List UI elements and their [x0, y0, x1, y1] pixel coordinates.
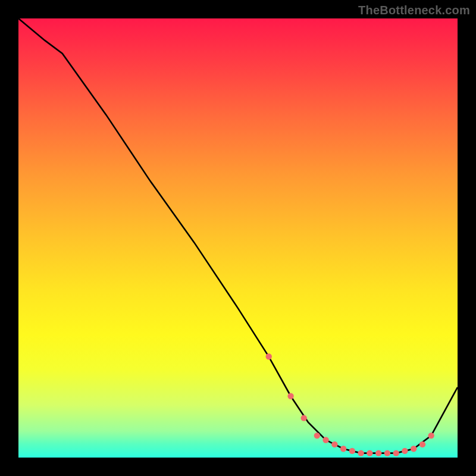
- curve-line: [18, 18, 458, 453]
- curve-marker: [331, 441, 337, 447]
- curve-marker: [411, 446, 416, 452]
- curve-marker: [375, 450, 381, 456]
- curve-line-group: [18, 18, 458, 453]
- marker-group: [266, 353, 434, 456]
- curve-marker: [322, 437, 328, 443]
- curve-marker: [402, 448, 408, 454]
- curve-marker: [428, 433, 434, 439]
- curve-marker: [384, 450, 390, 456]
- curve-marker: [301, 415, 307, 421]
- curve-marker: [349, 448, 355, 454]
- chart-frame: TheBottleneck.com: [0, 0, 476, 476]
- curve-marker: [419, 441, 425, 447]
- curve-svg: [18, 18, 458, 458]
- curve-marker: [358, 450, 364, 456]
- watermark-text: TheBottleneck.com: [358, 4, 470, 17]
- curve-marker: [287, 393, 293, 399]
- curve-marker: [314, 433, 320, 439]
- curve-marker: [266, 353, 272, 359]
- curve-marker: [393, 450, 399, 456]
- curve-marker: [340, 446, 346, 452]
- plot-area: [18, 18, 458, 458]
- curve-marker: [367, 450, 372, 456]
